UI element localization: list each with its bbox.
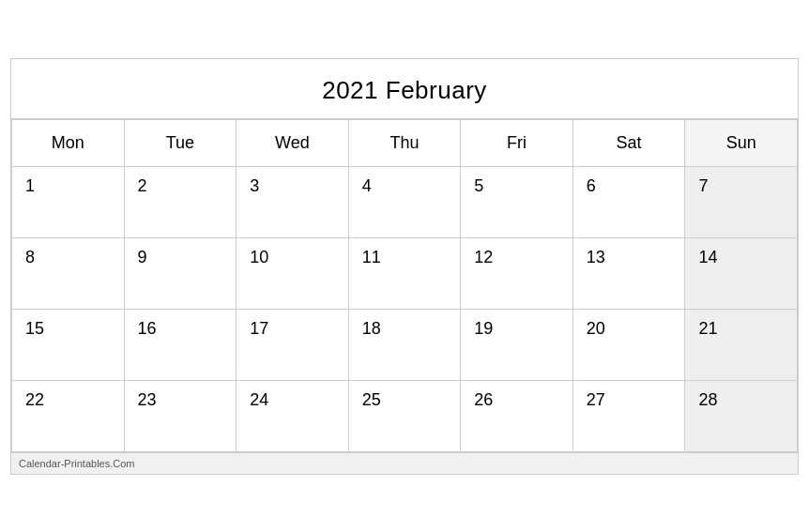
- calendar-day: 2: [124, 166, 237, 237]
- table-row: 1234567: [12, 166, 798, 237]
- calendar-day: 6: [572, 166, 685, 237]
- calendar-day: 23: [124, 380, 237, 451]
- calendar-day: 7: [685, 166, 798, 237]
- calendar-day: 19: [461, 309, 573, 380]
- calendar-day: 24: [237, 380, 349, 451]
- col-thu: Thu: [348, 119, 461, 166]
- calendar-day: 26: [461, 380, 573, 451]
- calendar-day: 9: [124, 237, 237, 309]
- calendar-day: 22: [12, 380, 125, 451]
- calendar-day: 12: [461, 237, 573, 309]
- col-mon: Mon: [12, 119, 125, 166]
- calendar-title: 2021 February: [11, 59, 798, 119]
- calendar-day: 17: [237, 309, 349, 380]
- calendar-day: 11: [348, 237, 461, 309]
- calendar-day: 8: [12, 237, 125, 309]
- calendar-day: 14: [685, 237, 798, 309]
- calendar-day: 13: [572, 237, 685, 309]
- table-row: 15161718192021: [12, 309, 798, 380]
- calendar-day: 3: [237, 166, 349, 237]
- table-row: 22232425262728: [12, 380, 798, 451]
- calendar-day: 28: [685, 380, 798, 451]
- calendar-day: 1: [12, 166, 125, 237]
- col-sun: Sun: [685, 119, 798, 166]
- calendar-day: 15: [12, 309, 125, 380]
- calendar-day: 27: [572, 380, 685, 451]
- calendar-table: Mon Tue Wed Thu Fri Sat Sun 123456789101…: [11, 119, 798, 452]
- col-sat: Sat: [572, 119, 685, 166]
- calendar-day: 4: [348, 166, 461, 237]
- calendar-day: 21: [685, 309, 798, 380]
- calendar-day: 16: [124, 309, 237, 380]
- table-row: 891011121314: [12, 237, 798, 309]
- col-tue: Tue: [124, 119, 237, 166]
- calendar-day: 20: [572, 309, 685, 380]
- calendar-day: 10: [237, 237, 349, 309]
- header-row: Mon Tue Wed Thu Fri Sat Sun: [12, 119, 798, 166]
- calendar-container: 2021 February Mon Tue Wed Thu Fri Sat Su…: [10, 58, 799, 475]
- calendar-footer: Calendar-Printables.Com: [11, 452, 798, 474]
- col-fri: Fri: [461, 119, 573, 166]
- col-wed: Wed: [237, 119, 349, 166]
- calendar-day: 5: [461, 166, 573, 237]
- calendar-day: 18: [348, 309, 461, 380]
- calendar-day: 25: [348, 380, 461, 451]
